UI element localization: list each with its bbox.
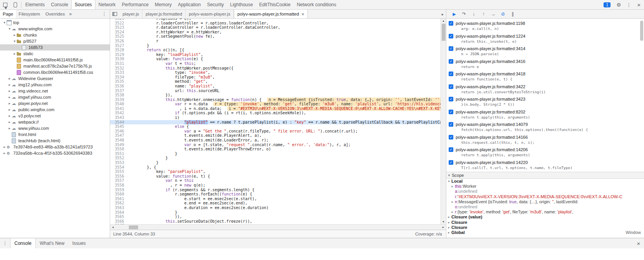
line-number[interactable]: 3526 xyxy=(110,39,128,44)
step-icon[interactable]: → xyxy=(488,11,498,17)
close-icon[interactable]: × xyxy=(301,11,304,17)
breakpoint-entry[interactable]: ✓polyv-wasm-player.js:formatted:1198arg:… xyxy=(446,20,644,33)
tab-network-conditions[interactable]: Network conditions xyxy=(294,0,339,9)
code-line-3526[interactable]: 3526 r xyxy=(110,39,440,44)
code-line-3561[interactable]: 3561 e.start = ee.msec2sec(e.start), xyxy=(110,197,440,201)
chevron-right-icon[interactable]: ▸ xyxy=(450,184,455,189)
drawer-tab-console[interactable]: Console xyxy=(10,238,36,248)
deactivate-breakpoints-icon[interactable]: ⊘ xyxy=(498,11,508,17)
tab-security[interactable]: Security xyxy=(204,0,227,9)
line-number[interactable]: 3566 xyxy=(110,219,128,224)
tree-item-webpack[interactable]: ▸☁webpack:// xyxy=(0,119,110,125)
chevron-right-icon[interactable]: ▸ xyxy=(7,120,12,124)
more-editor-tabs-icon[interactable]: ▸ xyxy=(439,12,446,16)
vertical-scrollbar-thumb[interactable] xyxy=(442,24,446,41)
inspect-element-icon[interactable] xyxy=(0,0,10,9)
scroll-up-icon[interactable]: ▴ xyxy=(441,19,446,23)
chevron-right-icon[interactable]: ▸ xyxy=(446,230,451,235)
resume-script-icon[interactable]: ▶ xyxy=(449,12,459,17)
line-number[interactable]: 3547 xyxy=(110,133,128,138)
code-line-3542[interactable]: 3542 if (t.options.pdx && (i = rt(i, t.o… xyxy=(110,111,440,115)
breakpoint-checkbox[interactable]: ✓ xyxy=(449,84,453,89)
tree-item-public-wingfox-com[interactable]: ▸☁public.wingfox.com xyxy=(0,106,110,113)
code-line-3560[interactable]: 3560 r.segments.forEach((function(e) { xyxy=(110,192,440,197)
code-line-3525[interactable]: 3525 r.setSegmentPool(new fe), xyxy=(110,34,440,39)
breakpoint-checkbox[interactable]: ✓ xyxy=(449,97,453,101)
code-line-3539[interactable]: 3539 this.httpWorker.onmessage = functio… xyxy=(110,98,440,102)
line-number[interactable]: 3534 xyxy=(110,75,128,80)
chevron-right-icon[interactable]: ▸ xyxy=(450,199,455,204)
line-number[interactable]: 3553 xyxy=(110,161,128,165)
line-number[interactable]: 3564 xyxy=(110,210,128,215)
line-number[interactable]: 3531 xyxy=(110,61,128,66)
code-line-3553[interactable]: 3553 } xyxy=(110,161,440,165)
breakpoint-entry[interactable]: ✓polyv-wasm-player.js:formatted:14079fet… xyxy=(446,121,644,134)
tree-item-168573[interactable]: 168573 xyxy=(0,44,110,51)
tree-item-www-wingfox-com[interactable]: ▾☁www.wingfox.com xyxy=(0,26,110,32)
line-number[interactable]: 3538 xyxy=(110,93,128,98)
tab-lighthouse[interactable]: Lighthouse xyxy=(227,0,256,9)
line-number[interactable]: 3535 xyxy=(110,79,128,84)
chevron-right-icon[interactable]: ▸ xyxy=(446,225,451,230)
code-line-3522[interactable]: 3522 r.loaderController = r.options.load… xyxy=(110,21,440,26)
line-number[interactable]: 3560 xyxy=(110,192,128,197)
tree-item-chunks[interactable]: ▸chunks xyxy=(0,32,110,38)
vertical-scrollbar[interactable]: ▴ ▾ xyxy=(440,19,446,224)
editor-tab-polyv-wasm-player-js[interactable]: polyv-wasm-player.js xyxy=(186,10,234,18)
chevron-down-icon[interactable]: ▾ xyxy=(2,21,7,24)
breakpoint-checkbox[interactable]: ✓ xyxy=(449,72,453,76)
code-line-3540[interactable]: 3540 var r = n.datar = {type: 'invoke', … xyxy=(110,102,440,106)
line-number[interactable]: 3563 xyxy=(110,206,128,210)
line-number[interactable]: 3554 xyxy=(110,165,128,170)
line-number[interactable]: 3545 xyxy=(110,124,128,129)
chevron-right-icon[interactable]: ▸ xyxy=(7,114,12,118)
scope-section-header[interactable]: ▾ Scope xyxy=(446,172,644,179)
code-line-3527[interactable]: 3527 } xyxy=(110,44,440,48)
line-number[interactable]: 3536 xyxy=(110,84,128,89)
code-line-3562[interactable]: 3562 e.end = ee.msec2sec(e.end), xyxy=(110,201,440,206)
horizontal-scrollbar[interactable]: ◂ ▸ xyxy=(110,224,446,230)
code-line-3523[interactable]: 3523 r.dataController = r.loaderControll… xyxy=(110,25,440,30)
code-line-3552[interactable]: 3552 } xyxy=(110,156,440,161)
scope-variable-r[interactable]: ▸r: {type: 'invoke', method: 'get', file… xyxy=(446,209,644,215)
code-line-3538[interactable]: 3538 }), xyxy=(110,93,440,98)
chevron-right-icon[interactable]: ▸ xyxy=(7,89,12,93)
line-number[interactable]: 3528 xyxy=(110,48,128,52)
line-number[interactable]: 3541 xyxy=(110,106,128,111)
breakpoint-entry[interactable]: ✓polyv-wasm-player.js:formatted:14166thi… xyxy=(446,134,644,147)
line-number[interactable]: 3562 xyxy=(110,201,128,206)
tab-network[interactable]: Network xyxy=(95,0,119,9)
chevron-right-icon[interactable]: ▸ xyxy=(12,52,17,56)
code-line-3533[interactable]: 3533 type: "invoke", xyxy=(110,70,440,75)
chevron-right-icon[interactable]: ▸ xyxy=(2,145,7,149)
overflow-menu-icon[interactable]: ⋮ xyxy=(624,0,634,9)
scope-variable-n[interactable]: ▸n: MessageEvent {isTrusted: true, data:… xyxy=(446,199,644,204)
code-line-3564[interactable]: 3564 } xyxy=(110,210,440,215)
drawer-menu-icon[interactable]: ⋮ xyxy=(0,241,10,246)
code-line-3557[interactable]: 3557 var n = this xyxy=(110,178,440,183)
sidebar-scrollbar-thumb[interactable] xyxy=(640,21,643,41)
tree-item-p-8527[interactable]: ▾p/8527 xyxy=(0,38,110,44)
line-number[interactable]: 3546 xyxy=(110,129,128,134)
pause-on-exceptions-icon[interactable]: ∥ xyxy=(508,11,518,17)
chevron-right-icon[interactable]: ▸ xyxy=(7,77,12,80)
settings-gear-icon[interactable]: ⚙ xyxy=(614,0,624,9)
breakpoint-checkbox[interactable]: ✓ xyxy=(449,34,453,38)
device-toolbar-icon[interactable] xyxy=(10,0,20,9)
line-number[interactable]: 3548 xyxy=(110,138,128,143)
tree-item-imgwf-yiihuu-com[interactable]: ▸☁imgwf.yiihuu.com xyxy=(0,94,110,100)
tab-application[interactable]: Application xyxy=(175,0,204,9)
navigator-menu-icon[interactable]: ⋮ xyxy=(99,11,110,17)
chevron-right-icon[interactable]: ▸ xyxy=(2,151,7,155)
tab-sources[interactable]: Sources xyxy=(71,0,95,9)
sidebar-tab-page[interactable]: Page xyxy=(0,10,16,18)
tab-performance[interactable]: Performance xyxy=(119,0,152,9)
tab-memory[interactable]: Memory xyxy=(152,0,175,9)
line-number[interactable]: 3561 xyxy=(110,197,128,201)
issues-count-badge[interactable]: 1 xyxy=(604,2,611,7)
breakpoint-checkbox[interactable]: ✓ xyxy=(449,122,453,127)
line-number[interactable]: 3527 xyxy=(110,44,128,48)
line-number[interactable]: 3543 xyxy=(110,115,128,120)
code-line-3551[interactable]: 3551 } xyxy=(110,152,440,156)
tree-item-common-6bc0606fee4611491f58-css[interactable]: common.6bc0606fee4611491f58.css xyxy=(0,69,110,75)
